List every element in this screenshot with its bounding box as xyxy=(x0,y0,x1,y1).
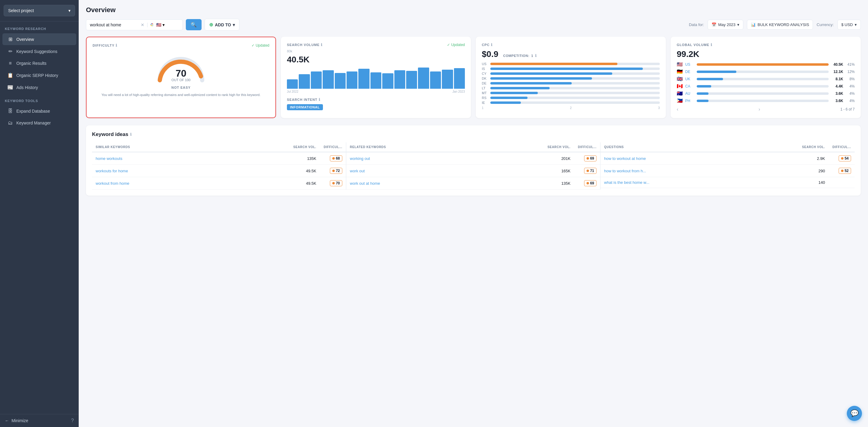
cpc-value: $0.9 xyxy=(482,49,498,59)
sidebar-item-overview[interactable]: ⊞ Overview xyxy=(2,33,76,45)
bulk-keyword-analysis-button[interactable]: 📊 BULK KEYWORD ANALYSIS xyxy=(747,20,813,30)
bar xyxy=(311,72,322,89)
sidebar-item-ads-history[interactable]: 📰 Ads History xyxy=(2,82,76,93)
country-bar-track xyxy=(490,67,660,70)
country-code[interactable]: PH xyxy=(685,99,694,103)
bar xyxy=(406,71,417,89)
keyword-row: workout from home 49.5K 70 xyxy=(92,177,346,190)
gv-country-row: 🇩🇪 DE 12.1K 12% xyxy=(677,69,855,75)
bar xyxy=(418,67,429,89)
project-select-btn[interactable]: Select project ▾ xyxy=(4,5,75,16)
keyword-row: how to workout at home 2.9K 54 xyxy=(600,152,855,165)
sidebar-item-organic-results[interactable]: ≡ Organic Results xyxy=(2,58,76,69)
search-input[interactable] xyxy=(90,22,138,27)
axis-label: 2 xyxy=(570,106,572,110)
chat-bubble-button[interactable]: 💬 xyxy=(847,406,862,421)
country-code[interactable]: DE xyxy=(685,70,694,74)
info-icon[interactable]: ℹ xyxy=(321,43,322,47)
country-code[interactable]: US xyxy=(685,62,694,67)
country-bar-fill xyxy=(490,87,550,89)
keyword-link[interactable]: work out xyxy=(350,169,545,173)
cpc-card-header: CPC ℹ xyxy=(482,43,660,47)
country-code: DK xyxy=(482,77,488,80)
country-flag-select[interactable]: 🇺🇸 ▾ xyxy=(156,22,165,27)
keyword-link[interactable]: working out xyxy=(350,156,545,161)
country-code: IS xyxy=(482,67,488,70)
country-code[interactable]: CA xyxy=(685,84,694,88)
keyword-row: what is the best home w... 140 xyxy=(600,177,855,188)
country-flag-icon: 🇩🇪 xyxy=(677,69,683,75)
project-selector[interactable]: Select project ▾ xyxy=(0,0,79,22)
info-icon[interactable]: ℹ xyxy=(711,43,712,47)
gv-volume: 12.1K xyxy=(831,70,843,74)
gv-next-button[interactable]: › xyxy=(758,107,760,112)
sidebar-item-label: Keyword Manager xyxy=(17,120,51,125)
cpc-country-row: LT xyxy=(482,86,660,90)
info-icon[interactable]: ℹ xyxy=(491,43,493,47)
sidebar-item-organic-serp-history[interactable]: 📋 Organic SERP History xyxy=(2,69,76,81)
difficulty-title: DIFFICULTY ℹ xyxy=(93,43,117,48)
gv-percent: 12% xyxy=(846,70,855,74)
keyword-link[interactable]: how to workout at home xyxy=(604,156,799,161)
diff-dot xyxy=(332,157,335,160)
gv-country-row: 🇬🇧 UK 8.1K 8% xyxy=(677,76,855,82)
sidebar-item-keyword-manager[interactable]: 🗂 Keyword Manager xyxy=(2,117,76,129)
keyword-ideas-section: Keyword ideas ℹ SIMILAR KEYWORDS SEARCH … xyxy=(86,125,861,196)
date-label: May 2023 xyxy=(718,22,736,27)
keyword-link[interactable]: workouts for home xyxy=(96,169,290,173)
col-header-vol: SEARCH VOL. xyxy=(292,145,316,149)
diff-dot xyxy=(587,157,589,160)
gv-title: GLOBAL VOLUME ℹ xyxy=(677,43,712,47)
currency-selector[interactable]: $ USD ▾ xyxy=(837,20,861,30)
search-button[interactable]: 🔍 xyxy=(186,19,202,30)
country-code[interactable]: AU xyxy=(685,91,694,96)
keyword-link[interactable]: home workouts xyxy=(96,156,290,161)
chevron-down-icon: ▾ xyxy=(233,22,235,27)
column-header: QUESTIONS SEARCH VOL. DIFFICUL... xyxy=(600,142,855,152)
chevron-down-icon: ▾ xyxy=(162,22,165,27)
sidebar: Select project ▾ KEYWORD RESEARCH ⊞ Over… xyxy=(0,0,79,427)
sidebar-item-label: Organic Results xyxy=(17,61,46,66)
keyword-research-section: KEYWORD RESEARCH ⊞ Overview ✏ Keyword Su… xyxy=(0,22,79,93)
sidebar-item-expand-database[interactable]: 🗄 Expand Database xyxy=(2,105,76,117)
country-code: RS xyxy=(482,96,488,99)
keyword-link[interactable]: workout from home xyxy=(96,181,290,186)
country-code[interactable]: UK xyxy=(685,77,694,81)
country-flag-icon: 🇺🇸 xyxy=(677,61,683,67)
diff-dot xyxy=(587,170,589,172)
keyword-link[interactable]: how to workout from h... xyxy=(604,169,799,173)
keyword-link[interactable]: work out at home xyxy=(350,181,545,186)
minimize-button[interactable]: ← Minimize xyxy=(5,418,28,423)
gv-prev-button[interactable]: ‹ xyxy=(677,107,678,112)
info-icon[interactable]: ℹ xyxy=(319,97,320,102)
keyword-ideas-title: Keyword ideas ℹ xyxy=(92,132,855,138)
info-icon[interactable]: ℹ xyxy=(535,54,537,58)
col-header-keyword: RELATED KEYWORDS xyxy=(350,145,545,149)
diff-dot xyxy=(587,182,589,184)
clear-button[interactable]: ✕ xyxy=(141,22,144,27)
difficulty-badge: 72 xyxy=(330,168,342,174)
add-to-button[interactable]: ⊕ ADD TO ▾ xyxy=(205,19,239,31)
help-icon[interactable]: ? xyxy=(71,418,74,423)
country-bar-track xyxy=(490,92,660,94)
keyword-link[interactable]: what is the best home w... xyxy=(604,180,799,185)
difficulty-badge: 71 xyxy=(584,168,596,174)
bar xyxy=(299,74,310,89)
col-header-diff: DIFFICUL... xyxy=(572,145,596,149)
date-selector[interactable]: 📅 May 2023 ▾ xyxy=(708,20,743,30)
keyword-row: work out 165K 71 xyxy=(346,165,600,177)
chevron-down-icon: ▾ xyxy=(68,8,70,13)
sv-card-header: SEARCH VOLUME ℹ ✓ Updated xyxy=(287,43,465,47)
bar xyxy=(370,73,381,89)
sidebar-item-keyword-suggestions[interactable]: ✏ Keyword Suggestions xyxy=(2,46,76,57)
info-icon[interactable]: ℹ xyxy=(116,43,117,48)
sidebar-item-label: Overview xyxy=(17,37,34,42)
gv-percent: 8% xyxy=(846,77,855,81)
country-bar-fill xyxy=(490,82,572,85)
info-icon[interactable]: ℹ xyxy=(130,132,132,137)
keyword-volume: 49.5K xyxy=(292,169,316,173)
country-bar-track xyxy=(490,102,660,104)
cpc-country-row: CY xyxy=(482,72,660,76)
currency-label: Currency: xyxy=(816,22,834,27)
sidebar-item-label: Organic SERP History xyxy=(17,73,58,78)
